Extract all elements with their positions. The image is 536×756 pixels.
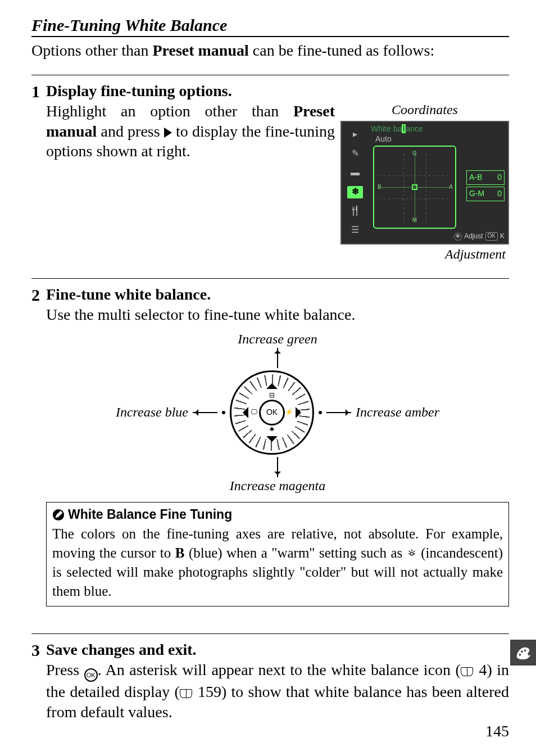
- s3-t1: Press: [46, 661, 84, 678]
- svg-point-7: [519, 654, 521, 656]
- incandescent-icon: [407, 544, 417, 563]
- step-3: 3 Save changes and exit. Press OK. An as…: [31, 633, 509, 722]
- lcd-icon-fork: 🍴: [347, 205, 363, 218]
- lcd-ok-k: K: [500, 232, 505, 241]
- lcd-adjust: Adjust: [464, 232, 483, 241]
- ms-left-icon: [237, 407, 248, 418]
- ms-up-icon: [266, 378, 278, 389]
- arrow-down: [277, 457, 278, 477]
- side-tab: [510, 640, 536, 666]
- note-l2: (blue) when a "warm" setting such as: [184, 545, 406, 560]
- intro-pre: Options other than: [31, 42, 152, 59]
- gm-label: G-M: [469, 189, 484, 199]
- lcd-screenshot: ▸ ✎ ▬ ❄ 🍴 ☰ White balance Auto: [340, 121, 509, 245]
- intro-post: can be fine-tuned as follows:: [249, 42, 434, 59]
- s1-pre: Highlight an option other than: [46, 102, 293, 120]
- intro-bold: Preset manual: [152, 42, 248, 59]
- step-3-number: 3: [31, 640, 46, 722]
- arrow-up: [277, 348, 278, 368]
- ms-glyph-w: 🖵: [251, 408, 257, 417]
- svg-line-3: [408, 551, 410, 552]
- svg-point-1: [410, 553, 413, 555]
- step-1-number: 1: [31, 81, 46, 265]
- ab-label: A-B: [469, 173, 482, 183]
- svg-line-4: [413, 551, 415, 552]
- arrow-left: [193, 412, 217, 413]
- grid-label-a: A: [449, 183, 453, 191]
- lcd-icon-wb: ❄: [347, 186, 363, 198]
- lcd-grid-frame: G M B A: [373, 146, 456, 229]
- svg-point-8: [521, 650, 523, 653]
- multi-selector: ⊟ ♣ 🖵 ⚡ OK: [230, 370, 314, 455]
- lcd-side-icons: ▸ ✎ ▬ ❄ 🍴 ☰: [342, 122, 369, 243]
- ms-glyph-s: ♣: [270, 425, 274, 433]
- lcd-icon-pencil: ✎: [347, 148, 363, 160]
- lcd-icon-play: ▸: [347, 129, 363, 141]
- ms-down-icon: [266, 436, 278, 447]
- note-title: White Balance Fine Tuning: [68, 506, 232, 523]
- lcd-title: White balance: [371, 124, 423, 134]
- grid-label-b: B: [378, 183, 381, 191]
- pencil-icon: [52, 509, 65, 521]
- caption-blue: Increase blue: [116, 404, 188, 421]
- lcd-icon-bar: ▬: [347, 167, 363, 179]
- section-title: Fine-Tuning White Balance: [31, 16, 509, 37]
- lcd-grid: G M B A: [379, 151, 451, 223]
- lcd-title-a: White ba: [371, 124, 402, 133]
- ms-glyph-n: ⊟: [269, 391, 275, 400]
- step-2-text: Use the multi selector to fine-tune whit…: [46, 305, 509, 325]
- lcd-caption-bottom: Adjustment: [340, 246, 509, 263]
- page-number: 145: [485, 722, 509, 740]
- readout-ab: A-B0: [466, 170, 505, 185]
- lcd-title-b: ance: [406, 124, 423, 133]
- palette-icon: [515, 644, 532, 661]
- grid-cursor: [412, 184, 417, 190]
- lcd-subtitle: Auto: [375, 134, 392, 144]
- step-3-heading: Save changes and exit.: [46, 640, 509, 660]
- lcd-ok-badge: OK: [485, 232, 498, 241]
- step-1-text: Highlight an option other than Preset ma…: [46, 101, 335, 265]
- grid-label-m: M: [412, 217, 417, 224]
- s1-mid: and press: [97, 123, 164, 140]
- ok-button-icon: OK: [84, 668, 98, 682]
- step-2-heading: Fine-tune white balance.: [46, 284, 509, 305]
- caption-green: Increase green: [238, 331, 317, 348]
- multiselector-diagram: Increase green Increase blue ⊟ ♣ 🖵 ⚡ OK: [46, 331, 509, 494]
- joystick-icon: ✥: [454, 233, 462, 241]
- book-icon-2: [180, 689, 192, 698]
- lcd-icon-menu: ☰: [347, 224, 363, 237]
- intro-paragraph: Options other than Preset manual can be …: [31, 40, 509, 60]
- ab-val: 0: [497, 173, 502, 183]
- caption-magenta: Increase magenta: [230, 477, 325, 495]
- book-icon: [461, 667, 473, 676]
- ms-right-icon: [296, 407, 307, 418]
- right-triangle-icon: [164, 128, 172, 138]
- step-1-heading: Display fine-tuning options.: [46, 81, 509, 101]
- lcd-footer: ✥ Adjust OK K: [454, 232, 505, 241]
- lcd-caption-top: Coordinates: [340, 101, 509, 119]
- lcd-readout: A-B0 G-M0: [466, 170, 505, 203]
- step-2: 2 Fine-tune white balance. Use the multi…: [31, 278, 509, 620]
- s3-t2: . An asterisk will appear next to the wh…: [98, 661, 461, 678]
- svg-point-9: [524, 649, 526, 651]
- readout-gm: G-M0: [466, 187, 505, 201]
- gm-val: 0: [497, 189, 502, 199]
- arrow-right: [326, 412, 351, 413]
- dot-left: [222, 411, 225, 414]
- note-b: B: [175, 545, 185, 560]
- grid-label-g: G: [412, 150, 417, 157]
- caption-amber: Increase amber: [356, 404, 439, 421]
- note-heading: White Balance Fine Tuning: [52, 506, 503, 523]
- step-2-number: 2: [31, 284, 46, 620]
- step-1: 1 Display fine-tuning options. Highlight…: [31, 75, 509, 265]
- note-box: White Balance Fine Tuning The colors on …: [46, 502, 509, 606]
- ms-glyph-e: ⚡: [285, 408, 293, 417]
- dot-right: [319, 411, 322, 414]
